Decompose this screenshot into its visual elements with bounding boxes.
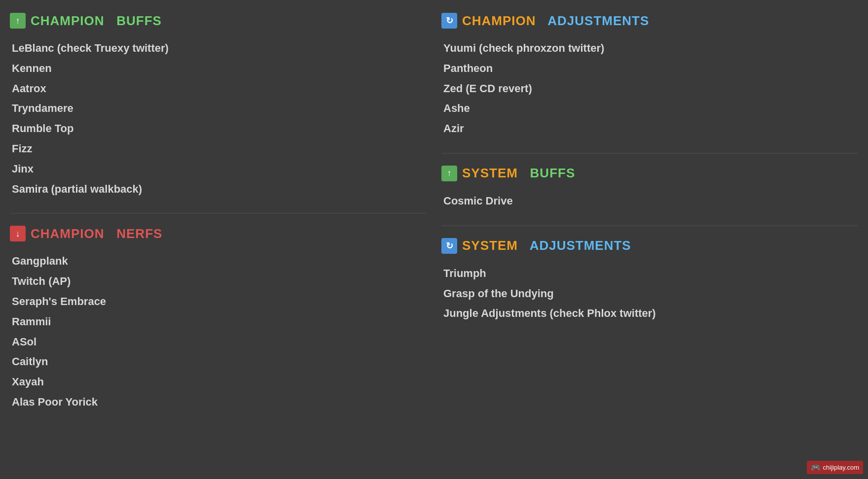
champion-adjustments-title-word1: CHAMPION: [462, 13, 536, 28]
list-item: Cosmic Drive: [443, 191, 858, 211]
left-column: ↑ CHAMPION BUFFS LeBlanc (check Truexy t…: [10, 10, 427, 469]
champion-nerfs-section: ↓ CHAMPION NERFS Gangplank Twitch (AP) S…: [10, 223, 427, 412]
champion-adjustments-list: Yuumi (check phroxzon twitter) Pantheon …: [441, 38, 858, 139]
champion-nerfs-title-word1: CHAMPION: [31, 226, 105, 241]
list-item: Grasp of the Undying: [443, 284, 858, 304]
system-adjustments-list: Triumph Grasp of the Undying Jungle Adju…: [441, 264, 858, 324]
list-item: Yuumi (check phroxzon twitter): [443, 38, 858, 59]
system-buffs-section: ↑ SYSTEM BUFFS Cosmic Drive: [441, 163, 858, 211]
system-buffs-title-word2: BUFFS: [530, 166, 576, 180]
adjust-icon: ↻: [441, 13, 457, 29]
system-adjustments-section: ↻ SYSTEM ADJUSTMENTS Triumph Grasp of th…: [441, 235, 858, 324]
list-item: Aatrox: [12, 79, 427, 99]
list-item: Twitch (AP): [12, 272, 427, 292]
divider: [10, 213, 427, 214]
system-adjust-icon: ↻: [441, 238, 457, 254]
champion-nerfs-list: Gangplank Twitch (AP) Seraph's Embrace R…: [10, 251, 427, 412]
nerf-icon: ↓: [10, 226, 26, 241]
champion-buffs-title-word1: CHAMPION: [31, 13, 105, 28]
champion-buffs-title-word2: BUFFS: [116, 13, 162, 28]
system-buff-icon: ↑: [441, 166, 457, 181]
list-item: Jinx: [12, 159, 427, 179]
system-buffs-title-word1: SYSTEM: [462, 166, 518, 180]
list-item: Zed (E CD revert): [443, 79, 858, 99]
champion-buffs-list: LeBlanc (check Truexy twitter) Kennen Aa…: [10, 38, 427, 199]
champion-adjustments-header: ↻ CHAMPION ADJUSTMENTS: [441, 10, 858, 32]
system-adjustments-title-word1: SYSTEM: [462, 238, 518, 253]
champion-nerfs-title: CHAMPION NERFS: [31, 226, 162, 241]
list-item: Tryndamere: [12, 99, 427, 119]
list-item: ASol: [12, 332, 427, 352]
list-item: Kennen: [12, 59, 427, 79]
right-column: ↻ CHAMPION ADJUSTMENTS Yuumi (check phro…: [441, 10, 858, 469]
list-item: Alas Poor Yorick: [12, 392, 427, 412]
system-adjustments-title-word2: ADJUSTMENTS: [530, 238, 631, 253]
champion-nerfs-header: ↓ CHAMPION NERFS: [10, 223, 427, 244]
list-item: Fizz: [12, 139, 427, 159]
watermark-icon: 🎮: [811, 463, 821, 472]
list-item: Azir: [443, 119, 858, 139]
list-item: Gangplank: [12, 251, 427, 272]
system-buffs-list: Cosmic Drive: [441, 191, 858, 211]
system-adjustments-header: ↻ SYSTEM ADJUSTMENTS: [441, 235, 858, 257]
champion-buffs-section: ↑ CHAMPION BUFFS LeBlanc (check Truexy t…: [10, 10, 427, 199]
list-item: Rumble Top: [12, 119, 427, 139]
champion-adjustments-section: ↻ CHAMPION ADJUSTMENTS Yuumi (check phro…: [441, 10, 858, 139]
divider-right-2: [441, 225, 858, 226]
buff-icon: ↑: [10, 13, 26, 29]
champion-adjustments-title-word2: ADJUSTMENTS: [547, 13, 649, 28]
system-adjustments-title: SYSTEM ADJUSTMENTS: [462, 238, 631, 253]
list-item: Rammii: [12, 312, 427, 332]
list-item: Caitlyn: [12, 352, 427, 372]
champion-buffs-title: CHAMPION BUFFS: [31, 13, 162, 29]
watermark: 🎮 chijiplay.com: [807, 461, 863, 474]
system-buffs-header: ↑ SYSTEM BUFFS: [441, 163, 858, 184]
list-item: Xayah: [12, 372, 427, 392]
watermark-text: chijiplay.com: [823, 464, 859, 471]
system-buffs-title: SYSTEM BUFFS: [462, 166, 575, 181]
list-item: Jungle Adjustments (check Phlox twitter): [443, 304, 858, 324]
list-item: Samira (partial walkback): [12, 179, 427, 200]
list-item: LeBlanc (check Truexy twitter): [12, 38, 427, 59]
list-item: Seraph's Embrace: [12, 292, 427, 312]
divider-right-1: [441, 153, 858, 154]
main-container: ↑ CHAMPION BUFFS LeBlanc (check Truexy t…: [0, 0, 868, 479]
list-item: Pantheon: [443, 59, 858, 79]
champion-adjustments-title: CHAMPION ADJUSTMENTS: [462, 13, 649, 29]
champion-buffs-header: ↑ CHAMPION BUFFS: [10, 10, 427, 32]
champion-nerfs-title-word2: NERFS: [116, 226, 162, 241]
list-item: Ashe: [443, 99, 858, 119]
list-item: Triumph: [443, 264, 858, 284]
